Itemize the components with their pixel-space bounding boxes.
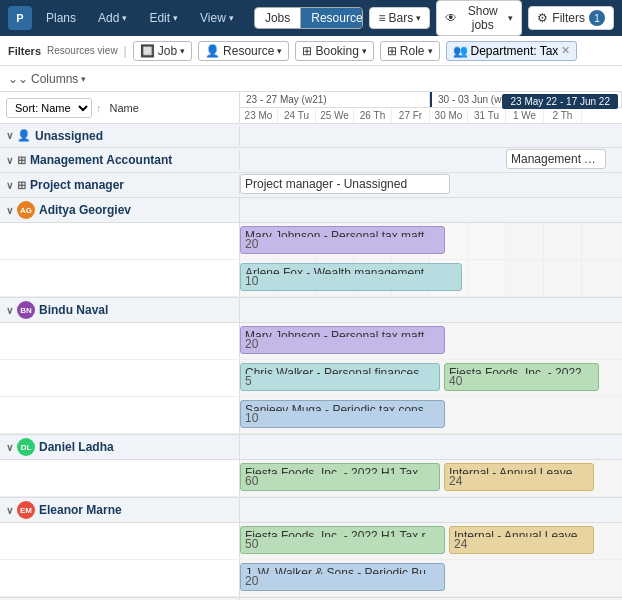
group-mgmt-acct-name[interactable]: ∨ ⊞ Management Accountant xyxy=(0,150,240,170)
cal-cell xyxy=(506,260,544,296)
proj-task-name: Project manager - Unassigned xyxy=(245,177,445,191)
bindu-task-1-name: Mary Johnson - Personal tax matters xyxy=(245,329,440,337)
mgmt-calendar: Management Acco xyxy=(240,148,622,172)
unassigned-label: Unassigned xyxy=(35,129,103,143)
day-24tu: 24 Tu xyxy=(278,108,316,123)
show-jobs-btn[interactable]: 👁 Show jobs ▾ xyxy=(436,0,522,36)
filter-icon: ⚙ xyxy=(537,11,548,25)
bindu-subrow-1: Mary Johnson - Personal tax matters 20 xyxy=(0,323,622,360)
role-filter-chip[interactable]: ⊞ Role ▾ xyxy=(380,41,440,61)
job-filter-chip[interactable]: 🔲 Job ▾ xyxy=(133,41,192,61)
daniel-chevron-icon[interactable]: ∨ xyxy=(6,442,13,453)
bindu-header-name[interactable]: ∨ BN Bindu Naval xyxy=(0,298,240,322)
chevron-down-icon: ⌄⌄ xyxy=(8,72,28,86)
eleanor-task-3: J. W. Walker & Sons - Periodic Business … xyxy=(240,563,445,591)
resource-icon: 👤 xyxy=(205,44,220,58)
bars-chevron-icon: ▾ xyxy=(416,13,421,23)
bindu-task-3-hours: 40 xyxy=(449,374,594,388)
aditya-header: ∨ AG Aditya Georgiev xyxy=(0,198,622,223)
daniel-task-2: Internal - Annual Leave 24 xyxy=(444,463,594,491)
sort-arrow-icon: ↑ xyxy=(96,102,102,114)
nav-plans[interactable]: Plans xyxy=(38,7,84,29)
job-chevron-icon: ▾ xyxy=(180,46,185,56)
eleanor-chevron-icon[interactable]: ∨ xyxy=(6,505,13,516)
booking-chevron-icon: ▾ xyxy=(362,46,367,56)
aditya-chevron-icon[interactable]: ∨ xyxy=(6,205,13,216)
aditya-subrow-1: Mary Johnson - Personal tax matters 20 xyxy=(0,223,622,260)
resource-filter-chip[interactable]: 👤 Resource ▾ xyxy=(198,41,289,61)
nav-view[interactable]: View▾ xyxy=(192,7,242,29)
cal-cell xyxy=(544,260,582,296)
cal-cell xyxy=(506,223,544,259)
name-column-label: Name xyxy=(110,102,139,114)
mgmt-task-name: Management Acco xyxy=(511,152,601,166)
date-header-row: Sort: Name ↑ Name 23 May 22 - 17 Jun 22 … xyxy=(0,92,622,124)
bindu-subrow-3: Sanjeev Muga - Periodic tax consultancy … xyxy=(0,397,622,434)
mgmt-grid-icon: ⊞ xyxy=(17,154,26,167)
eleanor-subrow-2-cal: J. W. Walker & Sons - Periodic Business … xyxy=(240,560,622,596)
filters-label: Filters xyxy=(8,45,41,57)
eleanor-avatar: EM xyxy=(17,501,35,519)
unassigned-chevron-icon[interactable]: ∨ xyxy=(6,130,13,141)
nav-add[interactable]: Add▾ xyxy=(90,7,135,29)
cal-cell xyxy=(468,260,506,296)
eleanor-label: Eleanor Marne xyxy=(39,503,122,517)
eleanor-subrow-2-name xyxy=(0,560,240,596)
filters-btn[interactable]: ⚙ Filters 1 xyxy=(528,6,614,30)
eye-icon: 👁 xyxy=(445,11,457,25)
dept-close-icon[interactable]: ✕ xyxy=(561,44,570,57)
group-unassigned-name[interactable]: ∨ 👤 Unassigned xyxy=(0,126,240,146)
top-nav: P Plans Add▾ Edit▾ View▾ Jobs Resources … xyxy=(0,0,622,36)
dept-icon: 👥 xyxy=(453,44,468,58)
group-daniel: ∨ DL Daniel Ladha Fiesta Foods, Inc. - 2… xyxy=(0,435,622,498)
daniel-header: ∨ DL Daniel Ladha xyxy=(0,435,622,460)
bindu-header: ∨ BN Bindu Naval xyxy=(0,298,622,323)
edit-chevron-icon: ▾ xyxy=(173,13,178,23)
aditya-header-name[interactable]: ∨ AG Aditya Georgiev xyxy=(0,198,240,222)
sort-select[interactable]: Sort: Name xyxy=(6,98,92,118)
proj-chevron-icon[interactable]: ∨ xyxy=(6,180,13,191)
bars-btn[interactable]: ≡ Bars ▾ xyxy=(369,7,430,29)
bindu-task-4: Sanjeev Muga - Periodic tax consultancy … xyxy=(240,400,445,428)
eleanor-header-name[interactable]: ∨ EM Eleanor Marne xyxy=(0,498,240,522)
bindu-chevron-icon[interactable]: ∨ xyxy=(6,305,13,316)
daniel-task-1-hours: 60 xyxy=(245,474,435,488)
jobs-btn[interactable]: Jobs xyxy=(255,8,301,28)
resource-chevron-icon: ▾ xyxy=(277,46,282,56)
main-grid: ∨ 👤 Unassigned ∨ ⊞ Management Accountant… xyxy=(0,124,622,600)
eleanor-task-3-hours: 20 xyxy=(245,574,440,588)
columns-btn[interactable]: ⌄⌄ Columns ▾ xyxy=(8,72,86,86)
aditya-subrow-2-name xyxy=(0,260,240,296)
daniel-header-name[interactable]: ∨ DL Daniel Ladha xyxy=(0,435,240,459)
resources-btn[interactable]: Resources xyxy=(301,8,363,28)
cal-cell xyxy=(468,223,506,259)
group-unassigned: ∨ 👤 Unassigned xyxy=(0,124,622,148)
app-logo: P xyxy=(8,6,32,30)
aditya-subrow-2: Arlene Fox - Wealth management 10 xyxy=(0,260,622,297)
columns-bar: ⌄⌄ Columns ▾ xyxy=(0,66,622,92)
mgmt-label: Management Accountant xyxy=(30,153,172,167)
eleanor-task-2-hours: 24 xyxy=(454,537,589,551)
aditya-subrow-2-cal: Arlene Fox - Wealth management 10 xyxy=(240,260,622,296)
nav-edit[interactable]: Edit▾ xyxy=(141,7,186,29)
job-icon: 🔲 xyxy=(140,44,155,58)
filter-sep1: | xyxy=(124,44,127,58)
booking-filter-chip[interactable]: ⊞ Booking ▾ xyxy=(295,41,373,61)
day-headers: 23 Mo 24 Tu 25 We 26 Th 27 Fr 30 Mo 31 T… xyxy=(240,108,622,123)
calendar-area-header: 23 May 22 - 17 Jun 22 23 - 27 May (w21) … xyxy=(240,92,622,123)
eleanor-subrow-1-name xyxy=(0,523,240,559)
aditya-task-2-name: Arlene Fox - Wealth management xyxy=(245,266,457,274)
bindu-task-4-name: Sanjeev Muga - Periodic tax consultancy xyxy=(245,403,440,411)
daniel-task-2-hours: 24 xyxy=(449,474,589,488)
eleanor-task-1-hours: 50 xyxy=(245,537,440,551)
day-23mo: 23 Mo xyxy=(240,108,278,123)
group-bindu: ∨ BN Bindu Naval Mary Johnson - Personal… xyxy=(0,298,622,435)
mgmt-chevron-icon[interactable]: ∨ xyxy=(6,155,13,166)
group-proj-mgr-name[interactable]: ∨ ⊞ Project manager xyxy=(0,175,240,195)
booking-icon: ⊞ xyxy=(302,44,312,58)
role-icon: ⊞ xyxy=(387,44,397,58)
group-proj-mgr: ∨ ⊞ Project manager Project manager - Un… xyxy=(0,173,622,198)
aditya-task-2-hours: 10 xyxy=(245,274,457,288)
dept-filter-chip[interactable]: 👥 Department: Tax ✕ xyxy=(446,41,578,61)
bindu-task-1-hours: 20 xyxy=(245,337,440,351)
